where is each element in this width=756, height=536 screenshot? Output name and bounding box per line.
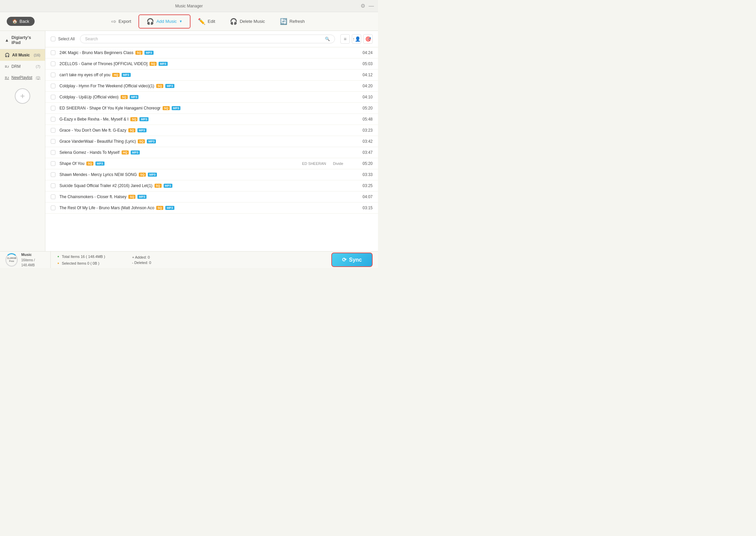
music-icon: 🎧 bbox=[5, 53, 10, 57]
song-duration: 03:33 bbox=[361, 172, 373, 177]
song-checkbox[interactable] bbox=[51, 95, 55, 99]
add-playlist-button[interactable]: + bbox=[15, 88, 30, 104]
content-header: Select All Search 🔍 ≡ ↑👤 🎯 bbox=[45, 31, 378, 47]
song-row: The Chainsmokers - Closer ft. Halsey SQM… bbox=[45, 191, 378, 203]
song-checkbox[interactable] bbox=[51, 106, 55, 110]
title-bar: Music Manager ⚙ — bbox=[0, 0, 378, 12]
sq-badge: SQ bbox=[128, 128, 135, 132]
options-button[interactable]: 🎯 bbox=[363, 34, 373, 44]
song-title: G-Eazy x Bebe Rexha - Me, Myself & I SQM… bbox=[59, 117, 298, 122]
song-title: Grace - You Don't Own Me ft. G-Eazy SQMP… bbox=[59, 128, 298, 133]
song-title: The Chainsmokers - Closer ft. Halsey SQM… bbox=[59, 194, 298, 199]
list-view-button[interactable]: ≡ bbox=[340, 34, 350, 44]
storage-ring: 11,66GB Free bbox=[5, 253, 18, 267]
song-checkbox[interactable] bbox=[51, 172, 55, 177]
sidebar-item-drm[interactable]: ≡♪ DRM (7) bbox=[0, 61, 45, 72]
title-controls: ⚙ — bbox=[361, 3, 374, 9]
mp3-badge: MP3 bbox=[164, 184, 173, 188]
mp3-badge: MP3 bbox=[165, 84, 174, 88]
delete-music-button[interactable]: 🎧 Delete Music bbox=[222, 15, 272, 28]
song-row: Grace - You Don't Own Me ft. G-Eazy SQMP… bbox=[45, 125, 378, 136]
select-all-checkbox[interactable] bbox=[51, 37, 55, 41]
song-title: can't take my eyes off of you HQMP3 bbox=[59, 73, 298, 77]
song-checkbox[interactable] bbox=[51, 161, 55, 166]
song-row: G-Eazy x Bebe Rexha - Me, Myself & I SQM… bbox=[45, 114, 378, 125]
song-checkbox[interactable] bbox=[51, 73, 55, 77]
song-title: Shape Of You SQMP3 bbox=[59, 161, 298, 166]
sidebar-item-new-playlist[interactable]: ≡♪ NewPlaylist (0) bbox=[0, 72, 45, 83]
mp3-badge: MP3 bbox=[165, 206, 174, 210]
mp3-badge: MP3 bbox=[131, 150, 140, 154]
song-duration: 03:42 bbox=[361, 139, 373, 144]
mp3-badge: MP3 bbox=[148, 173, 157, 177]
song-checkbox[interactable] bbox=[51, 84, 55, 88]
add-music-dropdown-arrow: ▼ bbox=[179, 19, 182, 23]
song-checkbox[interactable] bbox=[51, 206, 55, 210]
hq-badge: HQ bbox=[112, 73, 120, 77]
hq-badge: HQ bbox=[122, 150, 129, 154]
drm-icon: ≡♪ bbox=[5, 64, 9, 69]
song-duration: 04:07 bbox=[361, 194, 373, 199]
sq-badge: SQ bbox=[150, 62, 157, 66]
sort-button[interactable]: ↑👤 bbox=[352, 34, 361, 44]
song-checkbox[interactable] bbox=[51, 150, 55, 155]
song-duration: 04:12 bbox=[361, 73, 373, 77]
song-duration: 05:48 bbox=[361, 117, 373, 122]
song-checkbox[interactable] bbox=[51, 139, 55, 144]
song-duration: 04:24 bbox=[361, 50, 373, 55]
settings-icon[interactable]: ⚙ bbox=[361, 3, 365, 9]
song-row: can't take my eyes off of you HQMP304:12 bbox=[45, 70, 378, 81]
song-checkbox[interactable] bbox=[51, 128, 55, 133]
edit-button[interactable]: ✏️ Edit bbox=[191, 15, 222, 28]
song-checkbox[interactable] bbox=[51, 183, 55, 188]
sq-badge: SQ bbox=[130, 117, 137, 121]
main-layout: ▲ Digiarty's iPad 🎧 All Music (16) ≡♪ DR… bbox=[0, 31, 378, 251]
sq-badge: SQ bbox=[156, 84, 163, 88]
song-checkbox[interactable] bbox=[51, 117, 55, 122]
song-title: 24K Magic - Bruno Mars Beginners Class S… bbox=[59, 50, 298, 55]
toolbar: 🏠 Back ⇨ Export 🎧 Add Music ▼ ✏️ Edit 🎧 … bbox=[0, 12, 378, 31]
song-row: Coldplay - Hymn For The Weekend (Officia… bbox=[45, 81, 378, 92]
song-checkbox[interactable] bbox=[51, 194, 55, 199]
song-row: Shape Of You SQMP3ED SHEERANDivide05:20 bbox=[45, 158, 378, 169]
refresh-button[interactable]: 🔄 Refresh bbox=[272, 15, 312, 28]
song-row: Grace VanderWaal - Beautiful Thing (Lyri… bbox=[45, 136, 378, 147]
song-row: Coldplay - Up&Up (Official video) SQMP30… bbox=[45, 92, 378, 103]
sq-badge: SQ bbox=[138, 139, 145, 143]
sync-button[interactable]: ⟳ Sync bbox=[331, 253, 373, 267]
back-button[interactable]: 🏠 Back bbox=[7, 17, 35, 26]
song-duration: 04:20 bbox=[361, 84, 373, 88]
song-duration: 05:03 bbox=[361, 61, 373, 66]
storage-info: Music 16items / 148.4MB bbox=[21, 252, 47, 268]
sidebar: ▲ Digiarty's iPad 🎧 All Music (16) ≡♪ DR… bbox=[0, 31, 45, 251]
minimize-icon[interactable]: — bbox=[369, 3, 374, 9]
total-items-stat: • Total Items 16 ( 148.4MB ) bbox=[57, 254, 105, 259]
song-artist: ED SHEERAN bbox=[302, 162, 329, 166]
song-list: 24K Magic - Bruno Mars Beginners Class S… bbox=[45, 47, 378, 251]
song-checkbox[interactable] bbox=[51, 61, 55, 66]
song-duration: 05:20 bbox=[361, 161, 373, 166]
header-actions: ≡ ↑👤 🎯 bbox=[340, 34, 373, 44]
song-checkbox[interactable] bbox=[51, 50, 55, 55]
export-icon: ⇨ bbox=[111, 18, 116, 25]
home-icon: 🏠 bbox=[12, 19, 17, 24]
sq-badge: SQ bbox=[135, 51, 142, 55]
sq-badge: SQ bbox=[86, 162, 93, 166]
app-title: Music Manager bbox=[175, 4, 203, 8]
export-button[interactable]: ⇨ Export bbox=[104, 15, 139, 28]
song-row: 24K Magic - Bruno Mars Beginners Class S… bbox=[45, 47, 378, 58]
search-box[interactable]: Search 🔍 bbox=[80, 35, 335, 43]
song-duration: 05:20 bbox=[361, 106, 373, 110]
refresh-icon: 🔄 bbox=[280, 18, 287, 25]
toolbar-items: ⇨ Export 🎧 Add Music ▼ ✏️ Edit 🎧 Delete … bbox=[45, 14, 371, 29]
sidebar-device: ▲ Digiarty's iPad bbox=[0, 31, 45, 49]
song-album: Divide bbox=[333, 162, 356, 166]
add-music-button[interactable]: 🎧 Add Music ▼ bbox=[138, 14, 191, 29]
song-row: Suicide Squad Official Trailer #2 (2016)… bbox=[45, 180, 378, 191]
selected-items-stat: • Selected Items 0 ( 0B ) bbox=[57, 261, 105, 266]
playlist-icon: ≡♪ bbox=[5, 75, 9, 80]
song-title: Suicide Squad Official Trailer #2 (2016)… bbox=[59, 183, 298, 188]
sq-badge: SQ bbox=[128, 195, 135, 199]
sidebar-item-all-music[interactable]: 🎧 All Music (16) bbox=[0, 49, 45, 61]
footer: 11,66GB Free Music 16items / 148.4MB • T… bbox=[0, 251, 378, 268]
